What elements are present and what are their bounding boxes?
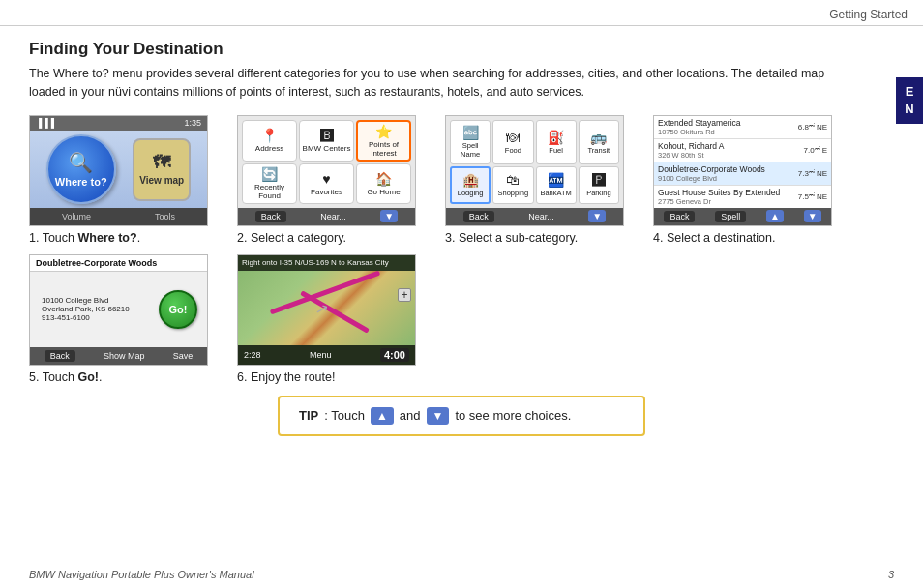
step-4: Extended Stayamerica 10750 Okitura Rd 6.…	[653, 115, 842, 245]
where-to-button[interactable]: 🔍 Where to?	[46, 134, 116, 204]
subcat-fuel-label: Fuel	[549, 146, 563, 155]
subcategory-grid: 🔤 Spell Name 🍽 Food ⛽ Fuel 🚌 Transit	[446, 116, 623, 208]
category-grid: 📍 Address 🅱 BMW Centers ⭐ Points of Inte…	[238, 116, 415, 208]
cat-poi[interactable]: ⭐ Points of Interest	[356, 120, 411, 162]
back-btn-5[interactable]: Back	[45, 350, 75, 362]
dest-dist-1: 6.8ᵐⁱ	[798, 123, 815, 132]
map-menu-btn[interactable]: Menu	[310, 350, 332, 360]
view-map-label: View map	[139, 175, 184, 186]
step-3: 🔤 Spell Name 🍽 Food ⛽ Fuel 🚌 Transit	[445, 115, 634, 245]
tools-label: Tools	[155, 212, 175, 221]
page-title: Finding Your Destination	[29, 40, 894, 59]
dest-dist-2: 7.0ᵐⁱ	[804, 146, 820, 155]
show-map-btn[interactable]: Show Map	[104, 351, 145, 361]
down-arrow-4[interactable]: ▼	[804, 210, 821, 222]
up-arrow-4[interactable]: ▲	[766, 210, 784, 222]
map-status-bar: 2:28 Menu 4:00	[238, 345, 415, 365]
subcat-fuel[interactable]: ⛽ Fuel	[536, 120, 577, 164]
subcat-shopping[interactable]: 🛍 Shopping	[492, 166, 533, 204]
tip-down-arrow: ▼	[427, 407, 450, 425]
dest-header-5: Doubletree-Corporate Woods	[30, 255, 207, 272]
section-header: Getting Started	[0, 0, 923, 26]
view-map-button[interactable]: 🗺 View map	[133, 138, 191, 201]
cat-home[interactable]: 🏠 Go Home	[356, 163, 411, 204]
bmw-icon: 🅱	[320, 128, 334, 143]
step-2-screen: 📍 Address 🅱 BMW Centers ⭐ Points of Inte…	[237, 115, 416, 226]
down-arrow-2[interactable]: ▼	[380, 210, 398, 222]
subcat-lodging[interactable]: 🏨 Lodging	[450, 166, 491, 204]
step-5-screen: Doubletree-Corporate Woods 10100 College…	[29, 254, 208, 366]
cat-bmw[interactable]: 🅱 BMW Centers	[299, 120, 354, 162]
subcat-food[interactable]: 🍽 Food	[492, 120, 533, 164]
subcat-transit-label: Transit	[588, 146, 610, 155]
subcat-parking[interactable]: 🅿 Parking	[579, 166, 619, 204]
dest-dir-3: NE	[817, 169, 827, 178]
destination-list: Extended Stayamerica 10750 Okitura Rd 6.…	[654, 116, 831, 208]
step-5-prefix: 5. Touch	[29, 370, 78, 384]
step-1-prefix: 1. Touch	[29, 231, 78, 245]
go-button[interactable]: Go!	[159, 290, 197, 329]
spell-btn[interactable]: Spell	[715, 211, 746, 222]
time-display: 1:35	[184, 118, 201, 128]
down-arrow-3[interactable]: ▼	[588, 210, 606, 222]
parking-icon: 🅿	[592, 172, 606, 188]
where-to-label: Where to?	[55, 176, 107, 188]
go-label: Go!	[169, 304, 188, 315]
dest-name-2: Kohout, Richard A	[658, 141, 804, 151]
poi-icon: ⭐	[375, 124, 392, 139]
subcat-transit[interactable]: 🚌 Transit	[579, 120, 619, 164]
back-btn-3[interactable]: Back	[463, 211, 494, 222]
dest-dir-2: E	[822, 146, 827, 155]
tip-box: TIP : Touch ▲ and ▼ to see more choices.	[278, 396, 645, 436]
cat-bmw-label: BMW Centers	[303, 144, 351, 153]
section-title: Getting Started	[829, 8, 908, 21]
tip-up-arrow: ▲	[371, 407, 394, 425]
dest-row-2[interactable]: Kohout, Richard A 326 W 80th St 7.0ᵐⁱ E	[654, 139, 831, 162]
dest-row-1[interactable]: Extended Stayamerica 10750 Okitura Rd 6.…	[654, 116, 831, 139]
map-direction-bar: Right onto I-35 N/US-169 N to Kansas Cit…	[238, 255, 415, 271]
search-icon: 🔍	[69, 151, 93, 174]
map-odometer: 4:00	[380, 348, 409, 362]
subcat-atm-label: BankATM	[540, 189, 571, 197]
subcat-atm[interactable]: 🏧 BankATM	[536, 166, 577, 204]
back-btn-4[interactable]: Back	[664, 211, 695, 222]
subcat-spell[interactable]: 🔤 Spell Name	[450, 120, 491, 164]
intro-text: The Where to? menu provides several diff…	[29, 65, 861, 102]
lodging-icon: 🏨	[462, 172, 479, 188]
cat-favorites-label: Favorites	[311, 188, 342, 196]
volume-label: Volume	[62, 212, 91, 221]
step-6-screen: Right onto I-35 N/US-169 N to Kansas Cit…	[237, 254, 416, 366]
bottom-bar-5: Back Show Map Save	[30, 347, 207, 365]
step-1-screen: ▐▐▐ 1:35 🔍 Where to? 🗺 View map Volume T	[29, 115, 208, 226]
dest-addr-1: 10750 Okitura Rd	[658, 128, 798, 136]
dest-name-1: Extended Stayamerica	[658, 118, 798, 128]
bottom-bar-3: Back Near... ▼	[446, 208, 623, 225]
cat-poi-label: Points of Interest	[360, 140, 407, 158]
dest-addr-2: 326 W 80th St	[658, 151, 804, 160]
dest-row-4[interactable]: Guest House Suites By Extended 2775 Gene…	[654, 186, 831, 208]
step-2: 📍 Address 🅱 BMW Centers ⭐ Points of Inte…	[237, 115, 426, 245]
zoom-in-button[interactable]: +	[398, 288, 411, 302]
step-2-label: 2. Select a category.	[237, 231, 346, 245]
back-btn-2[interactable]: Back	[255, 211, 286, 222]
cat-favorites[interactable]: ♥ Favorites	[299, 163, 354, 204]
language-tab: EN	[896, 77, 923, 124]
step-6-label: 6. Enjoy the route!	[237, 370, 335, 384]
subcat-food-label: Food	[505, 146, 521, 155]
cat-home-label: Go Home	[367, 188, 400, 196]
signal-icon: ▐▐▐	[36, 118, 54, 128]
dest-dist-4: 7.5ᵐⁱ	[798, 192, 815, 201]
dest-name-4: Guest House Suites By Extended	[658, 188, 798, 197]
dest-row-3[interactable]: Doubletree-Corporate Woods 9100 College …	[654, 162, 831, 186]
bottom-bar-4: Back Spell ▲ ▼	[654, 208, 831, 225]
bottom-bar-1: Volume Tools	[30, 208, 207, 224]
near-label-3: Near...	[528, 212, 554, 221]
cat-recent[interactable]: 🔄 Recently Found	[242, 163, 297, 204]
map-direction-text: Right onto I-35 N/US-169 N to Kansas Cit…	[242, 258, 389, 267]
cat-address[interactable]: 📍 Address	[242, 120, 297, 162]
screen1-body: 🔍 Where to? 🗺 View map	[30, 131, 207, 208]
fuel-icon: ⛽	[548, 130, 564, 145]
steps-grid: ▐▐▐ 1:35 🔍 Where to? 🗺 View map Volume T	[29, 115, 894, 384]
step-1-suffix: .	[137, 231, 140, 245]
save-btn-5[interactable]: Save	[173, 351, 194, 361]
